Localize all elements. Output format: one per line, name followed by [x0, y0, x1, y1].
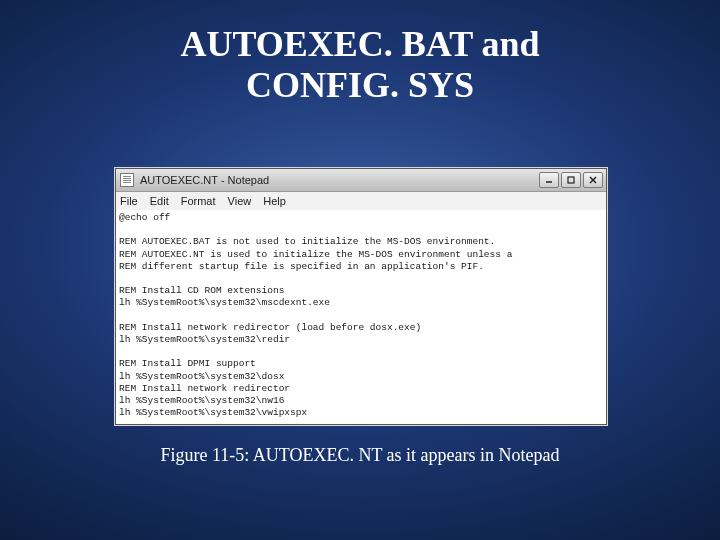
menu-file[interactable]: File — [120, 195, 138, 207]
window-title: AUTOEXEC.NT - Notepad — [138, 174, 539, 186]
menu-view[interactable]: View — [228, 195, 252, 207]
titlebar[interactable]: AUTOEXEC.NT - Notepad — [116, 169, 606, 192]
close-icon — [588, 175, 598, 185]
document-icon — [120, 173, 134, 187]
minimize-button[interactable] — [539, 172, 559, 188]
minimize-icon — [544, 175, 554, 185]
editor-viewport: @echo off REM AUTOEXEC.BAT is not used t… — [116, 210, 606, 424]
maximize-button[interactable] — [561, 172, 581, 188]
menu-format[interactable]: Format — [181, 195, 216, 207]
menu-edit[interactable]: Edit — [150, 195, 169, 207]
maximize-icon — [566, 175, 576, 185]
slide-title-line2: CONFIG. SYS — [0, 65, 720, 106]
svg-rect-1 — [568, 177, 574, 183]
window-controls — [539, 172, 606, 188]
figure-caption: Figure 11-5: AUTOEXEC. NT as it appears … — [0, 445, 720, 466]
menu-help[interactable]: Help — [263, 195, 286, 207]
editor-text[interactable]: @echo off REM AUTOEXEC.BAT is not used t… — [119, 212, 603, 422]
slide-title-line1: AUTOEXEC. BAT and — [0, 24, 720, 65]
slide-title: AUTOEXEC. BAT and CONFIG. SYS — [0, 0, 720, 107]
notepad-window: AUTOEXEC.NT - Notepad File Edit Format V… — [115, 168, 607, 425]
slide: AUTOEXEC. BAT and CONFIG. SYS AUTOEXEC.N… — [0, 0, 720, 540]
close-button[interactable] — [583, 172, 603, 188]
menubar: File Edit Format View Help — [116, 192, 606, 211]
